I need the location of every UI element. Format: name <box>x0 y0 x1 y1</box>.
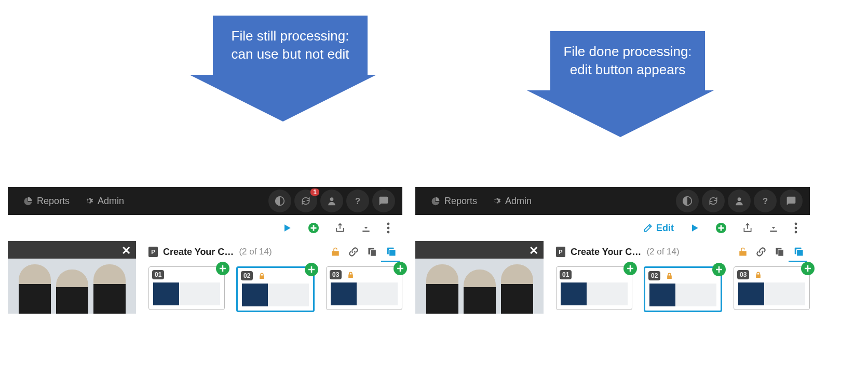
portrait <box>93 264 126 314</box>
sync-icon <box>301 196 311 206</box>
slide-thumb-selected[interactable]: 02 <box>236 266 315 312</box>
play-button[interactable] <box>689 223 700 233</box>
slide-number: 01 <box>560 270 572 279</box>
nav-reports[interactable]: Reports <box>23 196 70 207</box>
close-icon: ✕ <box>529 244 538 257</box>
download-button[interactable] <box>768 223 779 233</box>
add-button[interactable] <box>308 222 319 234</box>
add-button[interactable] <box>715 222 727 234</box>
help-button[interactable]: ? <box>346 190 369 212</box>
share-button[interactable] <box>335 223 345 233</box>
svg-point-7 <box>387 231 390 234</box>
slide-row: 01 02 03 <box>556 263 810 312</box>
svg-rect-27 <box>796 249 803 256</box>
slide-thumb[interactable]: 01 <box>148 266 225 310</box>
slide-add-button[interactable] <box>801 262 815 275</box>
slide-number: 02 <box>241 271 253 280</box>
nav-admin[interactable]: Admin <box>84 196 124 207</box>
slide-thumb[interactable]: 01 <box>556 266 632 310</box>
svg-rect-18 <box>770 231 777 232</box>
pie-chart-icon <box>431 196 440 206</box>
chat-button[interactable] <box>780 190 803 212</box>
svg-text:P: P <box>151 249 155 255</box>
contrast-icon <box>275 196 285 206</box>
file-count: (2 of 14) <box>239 247 272 257</box>
file-header: P Create Your C… (2 of 14) <box>148 241 402 262</box>
callout-right-text: File done processing: edit button appear… <box>563 44 691 77</box>
file-area: P Create Your C… (2 of 14) 01 02 <box>544 241 810 314</box>
link-icon <box>348 247 359 257</box>
svg-rect-4 <box>362 231 369 232</box>
more-button[interactable] <box>387 222 390 234</box>
lock-icon <box>755 271 762 279</box>
help-button[interactable]: ? <box>754 190 777 212</box>
sync-button[interactable]: 1 <box>294 190 317 212</box>
download-button[interactable] <box>361 223 371 233</box>
contrast-button[interactable] <box>676 190 699 212</box>
edit-label: Edit <box>656 223 674 234</box>
more-vert-icon <box>387 222 390 234</box>
plus-icon <box>308 266 315 273</box>
slide-thumb[interactable]: 03 <box>734 266 810 310</box>
share-button[interactable] <box>742 223 753 233</box>
slide-thumb-selected[interactable]: 02 <box>644 266 722 312</box>
slide-add-button[interactable] <box>712 263 726 276</box>
link-button[interactable] <box>348 247 359 257</box>
link-button[interactable] <box>756 247 766 257</box>
plus-icon <box>397 265 404 272</box>
nav-admin-label: Admin <box>98 196 124 207</box>
slide-add-button[interactable] <box>216 262 229 275</box>
user-button[interactable] <box>320 190 343 212</box>
content-area: ✕ P Create Your C… (2 of 14) <box>8 241 402 314</box>
slide-number: 03 <box>330 270 342 279</box>
copy-icon <box>367 247 377 257</box>
preview-image <box>415 259 544 314</box>
slide-add-button[interactable] <box>305 263 318 276</box>
lock-icon <box>259 272 265 280</box>
chat-icon <box>786 196 796 206</box>
close-preview-button[interactable]: ✕ <box>121 244 131 258</box>
topbar: Reports Admin ? <box>415 187 810 215</box>
callout-right: File done processing: edit button appear… <box>550 31 714 137</box>
user-button[interactable] <box>728 190 751 212</box>
slide-number: 01 <box>152 270 164 279</box>
slide-number: 03 <box>737 270 749 279</box>
contrast-button[interactable] <box>268 190 291 212</box>
nav-admin[interactable]: Admin <box>492 196 532 207</box>
close-preview-button[interactable]: ✕ <box>529 244 538 258</box>
svg-point-19 <box>795 223 797 225</box>
action-toolbar: Edit <box>415 215 810 241</box>
chat-button[interactable] <box>372 190 395 212</box>
sync-button[interactable] <box>702 190 725 212</box>
svg-point-21 <box>795 231 797 234</box>
svg-text:?: ? <box>763 196 768 206</box>
add-circle-icon <box>308 222 319 234</box>
copy-button[interactable] <box>367 247 377 257</box>
portrait <box>56 270 88 314</box>
content-area: ✕ P Create Your C… (2 of 14) <box>415 241 810 314</box>
nav-reports-label: Reports <box>444 196 477 207</box>
portrait <box>426 264 458 314</box>
nav-reports[interactable]: Reports <box>431 196 477 207</box>
nav-reports-label: Reports <box>37 196 70 207</box>
contrast-icon <box>682 196 693 206</box>
portrait <box>501 264 533 314</box>
portrait <box>19 264 51 314</box>
unlock-icon <box>738 247 748 257</box>
stack-button[interactable] <box>793 246 805 258</box>
slide-add-button[interactable] <box>394 262 407 275</box>
callout-left: File still processing: can use but not e… <box>213 16 376 122</box>
play-button[interactable] <box>282 223 292 233</box>
more-button[interactable] <box>794 222 797 234</box>
file-title: Create Your C… <box>571 247 641 258</box>
copy-button[interactable] <box>775 247 785 257</box>
svg-rect-11 <box>371 250 376 257</box>
slide-thumb[interactable]: 03 <box>326 266 402 310</box>
unlock-button[interactable] <box>331 247 340 257</box>
slide-row: 01 02 03 <box>148 263 402 312</box>
presentation-file-icon: P <box>556 247 565 257</box>
unlock-button[interactable] <box>738 247 748 257</box>
slide-add-button[interactable] <box>623 262 637 275</box>
stack-button[interactable] <box>386 246 397 258</box>
edit-button[interactable]: Edit <box>643 223 674 234</box>
